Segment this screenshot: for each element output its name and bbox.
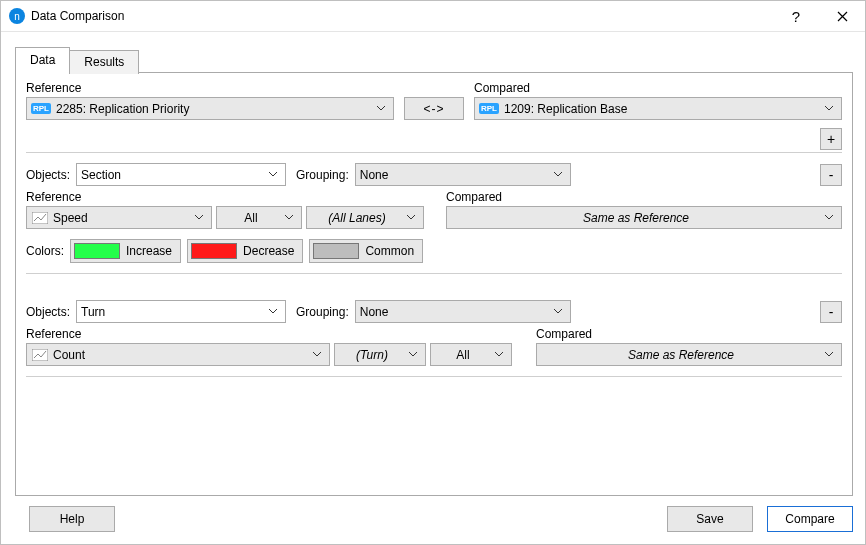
ref-filter-2-dropdown[interactable]: All	[430, 343, 512, 366]
titlebar: n Data Comparison ?	[1, 1, 865, 32]
chevron-down-icon	[550, 172, 566, 177]
grouping-dropdown-2[interactable]: None	[355, 300, 571, 323]
ref-metric-count-dropdown[interactable]: Count	[26, 343, 330, 366]
cmp-value-2: Same as Reference	[541, 348, 821, 362]
swap-button[interactable]: <->	[404, 97, 464, 120]
ref-scope-2-text: (Turn)	[339, 348, 405, 362]
objects-value: Section	[81, 168, 121, 182]
color-common[interactable]: Common	[309, 239, 423, 263]
ref-metric-text: Speed	[53, 211, 88, 225]
reference-dropdown-text: 2285: Replication Priority	[56, 102, 189, 116]
dialog-footer: Help Save Compare	[1, 506, 865, 544]
cmp-value: Same as Reference	[451, 211, 821, 225]
grouping-value: None	[360, 168, 389, 182]
chevron-down-icon	[265, 172, 281, 177]
compared-label: Compared	[474, 81, 842, 95]
chevron-down-icon	[265, 309, 281, 314]
tab-results[interactable]: Results	[69, 50, 139, 74]
chevron-down-icon	[405, 352, 421, 357]
remove-section-button-1[interactable]: -	[820, 164, 842, 186]
compared-dropdown-text: 1209: Replication Base	[504, 102, 627, 116]
chevron-down-icon	[821, 106, 837, 111]
chevron-down-icon	[821, 215, 837, 220]
divider	[26, 273, 842, 274]
cmp-same-as-ref-dropdown-1[interactable]: Same as Reference	[446, 206, 842, 229]
app-icon: n	[9, 8, 25, 24]
objects-dropdown-section[interactable]: Section	[76, 163, 286, 186]
grouping-dropdown-1[interactable]: None	[355, 163, 571, 186]
close-icon	[837, 11, 848, 22]
grouping-value-2: None	[360, 305, 389, 319]
tab-pane-data: Reference RPL 2285: Replication Priority…	[15, 72, 853, 496]
grouping-label-2: Grouping:	[296, 305, 349, 319]
chevron-down-icon	[191, 215, 207, 220]
window-title: Data Comparison	[31, 9, 124, 23]
ref-filter-2-text: All	[435, 348, 491, 362]
swap-icon: <->	[423, 102, 444, 116]
reference-sub-label-1: Reference	[26, 190, 436, 204]
compared-dropdown[interactable]: RPL 1209: Replication Base	[474, 97, 842, 120]
chevron-down-icon	[491, 352, 507, 357]
chevron-down-icon	[550, 309, 566, 314]
divider	[26, 376, 842, 377]
save-button[interactable]: Save	[667, 506, 753, 532]
ref-metric-2-text: Count	[53, 348, 85, 362]
compared-sub-label-1: Compared	[446, 190, 842, 204]
color-swatch-common	[313, 243, 359, 259]
ref-filter-all-dropdown[interactable]: All	[216, 206, 302, 229]
help-button[interactable]: ?	[773, 1, 819, 32]
chevron-down-icon	[309, 352, 325, 357]
grouping-label: Grouping:	[296, 168, 349, 182]
chevron-down-icon	[373, 106, 389, 111]
color-swatch-decrease	[191, 243, 237, 259]
chevron-down-icon	[403, 215, 419, 220]
ref-filter-text: All	[221, 211, 281, 225]
reference-label: Reference	[26, 81, 394, 95]
ref-scope-lanes-dropdown[interactable]: (All Lanes)	[306, 206, 424, 229]
chevron-down-icon	[821, 352, 837, 357]
cmp-same-as-ref-dropdown-2[interactable]: Same as Reference	[536, 343, 842, 366]
help-icon: ?	[792, 8, 800, 25]
objects-dropdown-turn[interactable]: Turn	[76, 300, 286, 323]
close-button[interactable]	[819, 1, 865, 32]
metric-line-icon	[31, 210, 49, 226]
add-section-button[interactable]: +	[820, 128, 842, 150]
tab-data[interactable]: Data	[15, 47, 70, 73]
compare-button[interactable]: Compare	[767, 506, 853, 532]
tab-strip: Data Results	[15, 46, 853, 72]
ref-scope-text: (All Lanes)	[311, 211, 403, 225]
rpl-badge-icon: RPL	[31, 103, 51, 114]
metric-line-icon	[31, 347, 49, 363]
color-common-label: Common	[365, 244, 414, 258]
color-swatch-increase	[74, 243, 120, 259]
rpl-badge-icon: RPL	[479, 103, 499, 114]
color-decrease[interactable]: Decrease	[187, 239, 303, 263]
remove-section-button-2[interactable]: -	[820, 301, 842, 323]
colors-label: Colors:	[26, 244, 64, 258]
compared-sub-label-2: Compared	[536, 327, 842, 341]
reference-dropdown[interactable]: RPL 2285: Replication Priority	[26, 97, 394, 120]
objects-value-2: Turn	[81, 305, 105, 319]
objects-label-2: Objects:	[26, 305, 70, 319]
help-footer-button[interactable]: Help	[29, 506, 115, 532]
ref-metric-speed-dropdown[interactable]: Speed	[26, 206, 212, 229]
objects-label: Objects:	[26, 168, 70, 182]
chevron-down-icon	[281, 215, 297, 220]
ref-scope-turn-dropdown[interactable]: (Turn)	[334, 343, 426, 366]
color-decrease-label: Decrease	[243, 244, 294, 258]
reference-sub-label-2: Reference	[26, 327, 526, 341]
divider	[26, 152, 842, 153]
color-increase-label: Increase	[126, 244, 172, 258]
color-increase[interactable]: Increase	[70, 239, 181, 263]
